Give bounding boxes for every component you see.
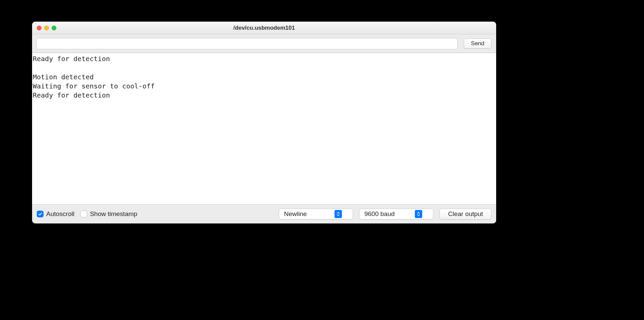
send-button[interactable]: Send bbox=[464, 38, 491, 49]
line-ending-select[interactable]: Newline bbox=[279, 209, 353, 219]
autoscroll-label: Autoscroll bbox=[46, 210, 74, 218]
updown-icon bbox=[334, 210, 342, 218]
line-ending-value: Newline bbox=[284, 210, 334, 218]
input-row: Send bbox=[32, 34, 496, 53]
baud-rate-select[interactable]: 9600 baud bbox=[359, 209, 433, 219]
footer-bar: Autoscroll Show timestamp Newline 9600 b… bbox=[32, 205, 496, 223]
window-controls bbox=[32, 26, 56, 30]
serial-monitor-window: /dev/cu.usbmodem101 Send Ready for detec… bbox=[32, 22, 496, 223]
autoscroll-toggle[interactable]: Autoscroll bbox=[37, 210, 74, 218]
minimize-icon[interactable] bbox=[44, 26, 49, 30]
window-title: /dev/cu.usbmodem101 bbox=[32, 25, 496, 31]
baud-rate-value: 9600 baud bbox=[364, 210, 415, 218]
show-timestamp-label: Show timestamp bbox=[90, 210, 137, 218]
titlebar: /dev/cu.usbmodem101 bbox=[32, 22, 496, 34]
show-timestamp-toggle[interactable]: Show timestamp bbox=[80, 210, 137, 218]
close-icon[interactable] bbox=[37, 26, 42, 30]
serial-output[interactable]: Ready for detection Motion detected Wait… bbox=[32, 53, 496, 205]
clear-output-button[interactable]: Clear output bbox=[439, 209, 491, 219]
serial-input[interactable] bbox=[36, 38, 458, 49]
checkmark-icon bbox=[38, 212, 42, 216]
zoom-icon[interactable] bbox=[52, 26, 56, 30]
updown-icon bbox=[415, 210, 422, 218]
autoscroll-checkbox[interactable] bbox=[37, 211, 44, 217]
show-timestamp-checkbox[interactable] bbox=[80, 211, 87, 217]
